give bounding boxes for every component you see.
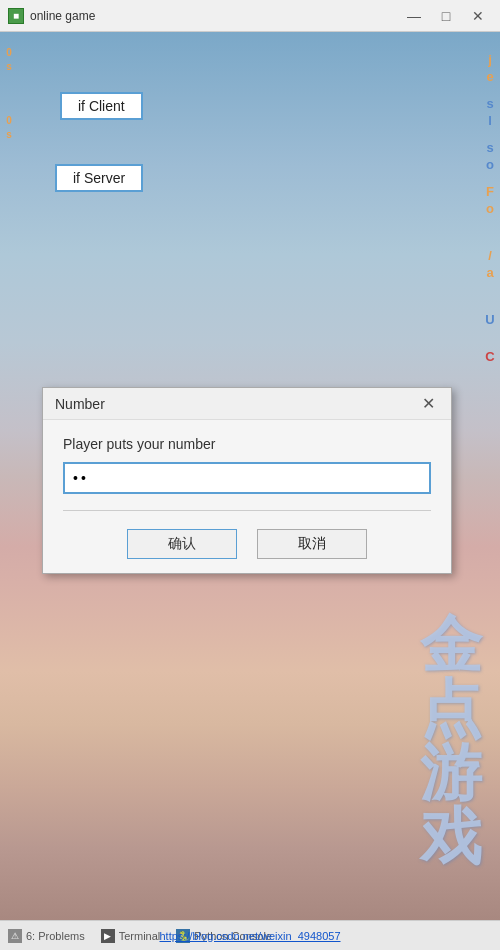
side-left-char-1: 0 bbox=[6, 47, 12, 58]
dialog-separator bbox=[63, 510, 431, 511]
dialog-body: Player puts your number bbox=[43, 420, 451, 519]
app-icon: ■ bbox=[8, 8, 24, 24]
title-bar-controls: — □ ✕ bbox=[400, 6, 492, 26]
dialog-confirm-button[interactable]: 确认 bbox=[127, 529, 237, 559]
status-problems: ⚠ 6: Problems bbox=[8, 929, 85, 943]
dialog-titlebar: Number ✕ bbox=[43, 388, 451, 420]
title-bar-text: online game bbox=[30, 9, 400, 23]
dialog-label: Player puts your number bbox=[63, 436, 431, 452]
dialog-cancel-button[interactable]: 取消 bbox=[257, 529, 367, 559]
side-left-char-3: 0 bbox=[6, 115, 12, 126]
dialog-footer: 确认 取消 bbox=[43, 519, 451, 573]
status-bar: ⚠ 6: Problems ▶ Terminal 🐍 Python Consol… bbox=[0, 920, 500, 950]
chinese-char-1: 金 bbox=[420, 614, 482, 676]
title-bar: ■ online game — □ ✕ bbox=[0, 0, 500, 32]
close-button[interactable]: ✕ bbox=[464, 6, 492, 26]
dialog-number-input[interactable] bbox=[63, 462, 431, 494]
if-server-button[interactable]: if Server bbox=[55, 164, 143, 192]
chinese-chars-decoration: 金 点 游 戏 bbox=[420, 614, 482, 870]
minimize-button[interactable]: — bbox=[400, 6, 428, 26]
main-window: 0 s 0 s j e s l s o F o / a U C if Clien… bbox=[0, 32, 500, 920]
number-dialog: Number ✕ Player puts your number 确认 取消 bbox=[42, 387, 452, 574]
chinese-char-2: 点 bbox=[420, 678, 482, 740]
side-left-decoration: 0 s 0 s bbox=[0, 32, 18, 920]
dialog-close-button[interactable]: ✕ bbox=[417, 393, 439, 415]
terminal-icon: ▶ bbox=[101, 929, 115, 943]
chinese-char-4: 戏 bbox=[420, 806, 482, 868]
side-left-char-2: s bbox=[6, 61, 12, 72]
dialog-title: Number bbox=[55, 396, 417, 412]
side-left-char-4: s bbox=[6, 129, 12, 140]
maximize-button[interactable]: □ bbox=[432, 6, 460, 26]
chinese-char-3: 游 bbox=[420, 742, 482, 804]
status-terminal[interactable]: ▶ Terminal bbox=[101, 929, 161, 943]
problems-icon: ⚠ bbox=[8, 929, 22, 943]
status-link[interactable]: https://blog.csdn.net/weixin_4948057 bbox=[159, 930, 340, 942]
side-right-decoration: j e s l s o F o / a U C bbox=[480, 32, 500, 920]
if-client-button[interactable]: if Client bbox=[60, 92, 143, 120]
